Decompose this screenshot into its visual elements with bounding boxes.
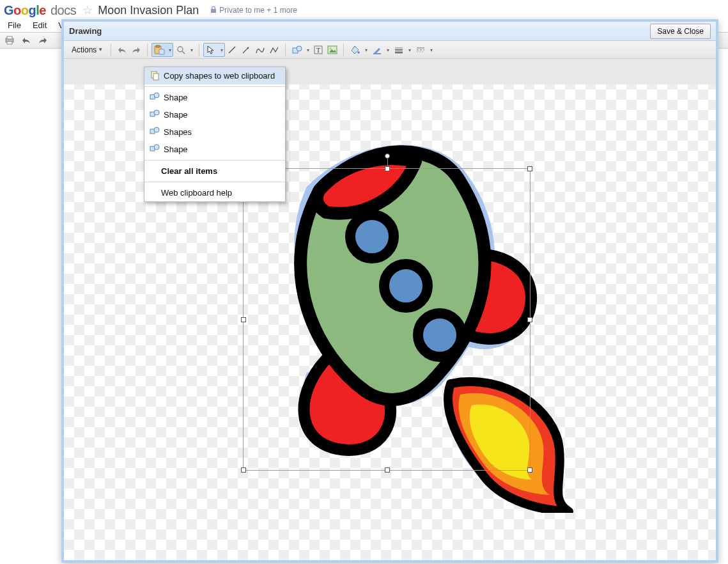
menu-clear-all[interactable]: Clear all items [144,162,285,180]
svg-point-11 [297,46,302,51]
menu-edit[interactable]: Edit [27,19,52,31]
svg-point-36 [154,145,159,150]
menu-clipboard-help[interactable]: Web clipboard help [144,184,285,201]
line-tool-button[interactable] [225,43,239,57]
resize-handle-w[interactable] [241,317,246,322]
svg-rect-28 [153,74,159,80]
shapes-icon [150,127,160,137]
svg-point-32 [154,110,159,115]
svg-line-8 [229,47,235,53]
resize-handle-sw[interactable] [241,467,246,473]
drawing-toolbar: Actions▼ T [64,41,716,59]
modal-title: Drawing [69,26,102,36]
shape-tool-button[interactable] [290,43,311,57]
svg-text:T: T [316,47,320,54]
undo-icon[interactable] [20,35,32,46]
fill-color-button[interactable] [348,43,369,57]
google-docs-logo: Google docs [4,3,76,18]
svg-point-6 [178,47,183,52]
menu-file[interactable]: File [3,19,26,31]
curve-tool-button[interactable] [253,43,267,57]
menu-clip-item[interactable]: Shape [144,106,285,123]
web-clipboard-button[interactable] [151,43,173,57]
svg-rect-17 [373,53,381,54]
resize-handle-se[interactable] [527,467,532,473]
resize-handle-s[interactable] [385,467,390,473]
menu-clip-item[interactable]: Shape [144,141,285,158]
svg-line-7 [182,51,185,54]
redo-icon[interactable] [37,35,49,46]
shapes-icon [150,144,160,155]
resize-handle-ne[interactable] [527,166,532,171]
line-color-button[interactable] [369,43,391,57]
polyline-tool-button[interactable] [267,43,281,57]
line-dash-button[interactable] [413,43,435,57]
zoom-button[interactable] [173,43,195,57]
resize-handle-n[interactable] [385,166,390,171]
shapes-icon [150,109,160,120]
resize-handle-e[interactable] [527,317,532,322]
svg-rect-4 [156,45,160,47]
text-box-button[interactable]: T [311,43,325,57]
save-and-close-button[interactable]: Save & Close [650,24,711,39]
print-icon[interactable] [4,35,15,46]
svg-point-30 [154,93,159,98]
menu-clip-item[interactable]: Shape [144,89,285,106]
document-title[interactable]: Moon Invasion Plan [98,4,199,17]
star-icon[interactable]: ☆ [82,4,93,16]
privacy-label[interactable]: Private to me + 1 more [210,6,297,15]
selection-box[interactable] [243,168,531,471]
actions-menu-button[interactable]: Actions▼ [68,43,107,56]
rotation-handle[interactable] [385,153,390,159]
svg-point-15 [330,47,332,49]
svg-rect-5 [159,49,164,54]
arrow-tool-button[interactable] [239,43,253,57]
svg-point-34 [154,127,159,132]
shapes-icon [150,92,160,103]
undo-button[interactable] [115,43,129,57]
svg-rect-1 [7,36,12,39]
copy-icon [150,70,160,82]
line-weight-button[interactable] [391,43,413,57]
redo-button[interactable] [129,43,143,57]
drawing-modal: Drawing Save & Close Actions▼ T [61,19,718,563]
menu-clip-item[interactable]: Shapes [144,123,285,141]
svg-point-16 [357,51,360,54]
select-tool-button[interactable] [203,43,225,57]
menu-copy-shapes[interactable]: Copy shapes to web clipboard [144,67,285,84]
lock-icon [210,6,217,15]
svg-rect-2 [7,42,12,44]
web-clipboard-menu: Copy shapes to web clipboard Shape Shape… [144,67,286,202]
image-button[interactable] [325,43,339,57]
